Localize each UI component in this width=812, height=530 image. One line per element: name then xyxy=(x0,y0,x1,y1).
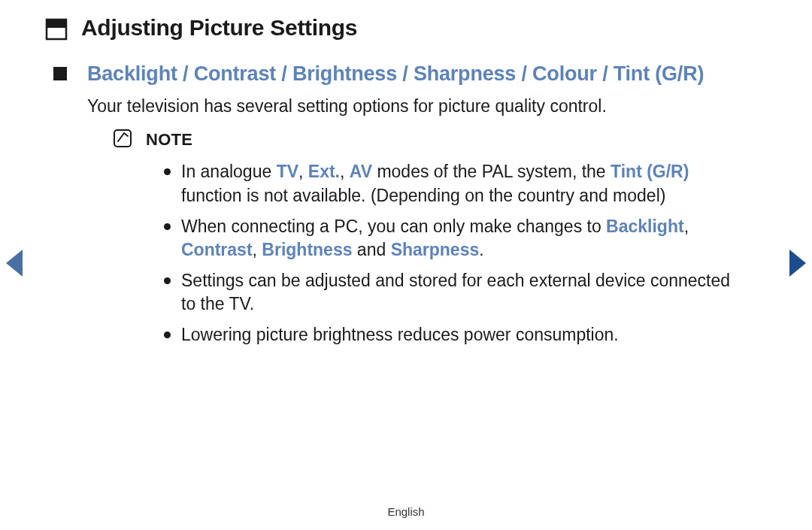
prev-page-button[interactable] xyxy=(5,248,26,281)
highlight: Contrast xyxy=(181,240,253,259)
highlight: Ext. xyxy=(308,162,340,181)
note-row: NOTE xyxy=(45,129,767,151)
section-row: Backlight / Contrast / Brightness / Shar… xyxy=(45,60,767,87)
list-item-text: In analogue TV, Ext., AV modes of the PA… xyxy=(181,160,744,207)
svg-marker-5 xyxy=(789,250,806,277)
highlight: Brightness xyxy=(262,240,352,259)
list-item: Settings can be adjusted and stored for … xyxy=(164,269,744,316)
heading-item: Colour xyxy=(532,62,597,85)
list-item: In analogue TV, Ext., AV modes of the PA… xyxy=(164,160,744,207)
separator: / xyxy=(397,62,414,85)
list-item: Lowering picture brightness reduces powe… xyxy=(164,323,744,347)
heading-item: Tint (G/R) xyxy=(614,62,704,85)
note-bullets: In analogue TV, Ext., AV modes of the PA… xyxy=(45,160,767,346)
list-item-text: Lowering picture brightness reduces powe… xyxy=(181,323,619,347)
svg-marker-4 xyxy=(6,250,23,277)
bullet-dot-icon xyxy=(164,332,171,338)
note-label: NOTE xyxy=(146,130,192,150)
separator: / xyxy=(276,62,292,85)
svg-rect-3 xyxy=(114,130,131,147)
bullet-dot-icon xyxy=(164,277,171,284)
list-item: When connecting a PC, you can only make … xyxy=(164,215,744,262)
section-heading: Backlight / Contrast / Brightness / Shar… xyxy=(87,60,704,87)
heading-item: Backlight xyxy=(87,62,177,85)
separator: / xyxy=(597,62,614,85)
bullet-dot-icon xyxy=(164,168,171,175)
highlight: AV xyxy=(350,162,372,181)
list-item-text: Settings can be adjusted and stored for … xyxy=(181,269,744,316)
highlight: Backlight xyxy=(606,217,684,236)
intro-text: Your television has several setting opti… xyxy=(45,95,767,118)
next-page-button[interactable] xyxy=(786,248,807,281)
svg-rect-2 xyxy=(53,67,67,80)
page-content: Adjusting Picture Settings Backlight / C… xyxy=(0,0,812,347)
list-item-text: When connecting a PC, you can only make … xyxy=(181,215,744,262)
heading-item: Contrast xyxy=(194,62,276,85)
highlight: TV xyxy=(277,162,298,181)
document-icon xyxy=(45,18,68,44)
note-icon xyxy=(113,129,132,151)
footer-language: English xyxy=(0,505,812,518)
bullet-dot-icon xyxy=(164,223,171,230)
highlight: Tint (G/R) xyxy=(611,162,689,181)
highlight: Sharpness xyxy=(391,240,480,259)
separator: / xyxy=(516,62,532,85)
heading-item: Sharpness xyxy=(414,62,516,85)
square-bullet-icon xyxy=(53,66,68,84)
heading-item: Brightness xyxy=(292,62,397,85)
separator: / xyxy=(177,62,194,85)
svg-rect-1 xyxy=(47,20,66,28)
title-row: Adjusting Picture Settings xyxy=(45,15,767,44)
page-title: Adjusting Picture Settings xyxy=(81,15,357,41)
